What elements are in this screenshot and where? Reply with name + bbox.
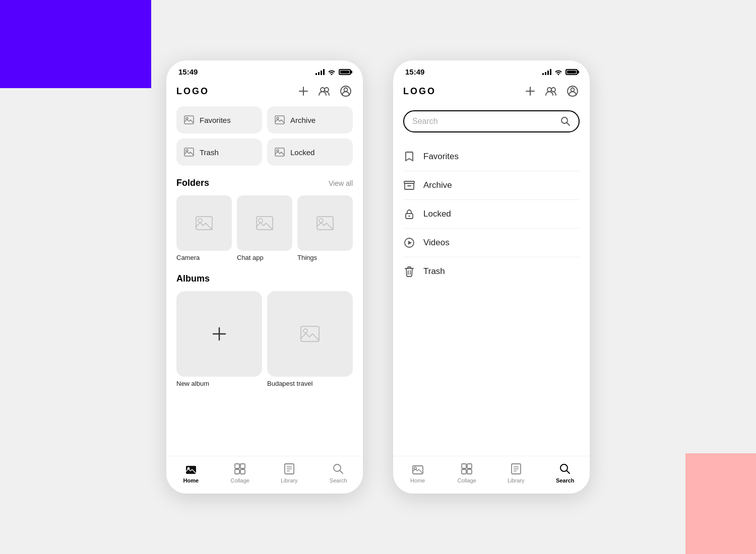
albums-title: Albums [176, 273, 210, 284]
list-label-locked: Locked [423, 209, 451, 219]
nav-search-left[interactable]: Search [314, 462, 363, 483]
logo-left: LOGO [176, 86, 209, 97]
image-icon-favorites [183, 114, 195, 125]
quick-item-archive[interactable]: Archive [267, 106, 353, 133]
folder-thumb-things [297, 195, 353, 251]
signal-bars-left [316, 69, 325, 75]
phone-content-left: Favorites Archive Trash [166, 106, 363, 479]
profile-button-left[interactable] [339, 84, 353, 98]
search-bar[interactable]: Search [403, 110, 580, 132]
logo-right: LOGO [403, 86, 436, 97]
album-new[interactable]: New album [176, 291, 262, 387]
svg-rect-22 [301, 326, 319, 341]
search-list: Favorites Archive Locked [393, 143, 590, 286]
svg-point-17 [259, 219, 263, 223]
album-name-budapest: Budapest travel [267, 380, 353, 387]
phone-right: 15:49 LOGO [393, 60, 590, 494]
view-all-button[interactable]: View all [329, 179, 353, 187]
list-item-videos[interactable]: Videos [403, 229, 580, 257]
search-icon-nav-right [558, 462, 572, 475]
svg-rect-55 [462, 464, 466, 468]
svg-line-35 [340, 470, 343, 473]
list-label-trash: Trash [423, 266, 445, 276]
list-item-trash[interactable]: Trash [403, 257, 580, 286]
locked-label: Locked [290, 148, 314, 157]
list-label-archive: Archive [423, 180, 452, 190]
profile-icon-right [567, 86, 578, 97]
list-label-videos: Videos [423, 238, 450, 248]
add-button-left[interactable] [296, 84, 310, 98]
folders-grid: Camera Chat app [176, 195, 353, 261]
svg-rect-44 [405, 183, 414, 189]
add-icon-new-album [211, 326, 227, 342]
add-button-right[interactable] [523, 84, 537, 98]
app-header-left: LOGO [166, 80, 363, 106]
bookmark-icon [403, 151, 415, 163]
profile-button-right[interactable] [565, 84, 580, 98]
image-icon-budapest [300, 325, 320, 342]
nav-collage-left[interactable]: Collage [216, 462, 265, 483]
album-budapest[interactable]: Budapest travel [267, 291, 353, 387]
folder-things[interactable]: Things [297, 195, 353, 261]
svg-point-19 [319, 219, 323, 223]
nav-library-left[interactable]: Library [265, 462, 314, 483]
albums-grid: New album Budapest travel [176, 291, 353, 387]
svg-line-64 [566, 470, 570, 473]
svg-rect-56 [467, 464, 472, 468]
svg-point-2 [321, 88, 325, 92]
svg-point-38 [547, 88, 551, 92]
nav-label-home-right: Home [410, 477, 425, 483]
app-header-right: LOGO [393, 80, 590, 106]
svg-rect-57 [462, 469, 466, 474]
nav-search-right[interactable]: Search [541, 462, 590, 483]
folders-section-header: Folders View all [176, 178, 353, 188]
album-thumb-new [176, 291, 262, 377]
nav-label-search-left: Search [330, 477, 347, 483]
album-name-new: New album [176, 380, 262, 387]
svg-point-42 [561, 117, 568, 123]
header-actions-left [296, 84, 353, 98]
bg-pink-shape [685, 453, 756, 554]
list-item-archive[interactable]: Archive [403, 171, 580, 200]
library-icon-right [510, 462, 523, 475]
folder-name-things: Things [297, 254, 353, 261]
header-actions-right [523, 84, 580, 98]
group-icon-left [318, 86, 331, 96]
list-item-favorites[interactable]: Favorites [403, 143, 580, 171]
svg-line-43 [567, 123, 570, 125]
group-button-right[interactable] [544, 84, 558, 98]
svg-point-23 [303, 329, 307, 333]
status-icons-left [316, 69, 351, 75]
album-thumb-budapest [267, 291, 353, 377]
group-button-left[interactable] [318, 84, 332, 98]
nav-home-right[interactable]: Home [393, 462, 443, 483]
status-bar-right: 15:49 [393, 60, 590, 80]
bottom-nav-right: Home Collage Lib [393, 456, 590, 494]
folders-title: Folders [176, 178, 209, 188]
search-icon-right [560, 116, 571, 126]
nav-home-left[interactable]: Home [166, 462, 216, 483]
folder-chatapp[interactable]: Chat app [237, 195, 292, 261]
svg-point-39 [551, 88, 555, 92]
folder-camera[interactable]: Camera [176, 195, 232, 261]
battery-icon-right [565, 69, 578, 75]
list-item-locked[interactable]: Locked [403, 200, 580, 229]
status-time-left: 15:49 [178, 67, 198, 76]
trash-label: Trash [200, 148, 219, 157]
collage-icon-left [233, 462, 246, 475]
wifi-icon-left [328, 69, 336, 75]
quick-item-trash[interactable]: Trash [176, 138, 262, 166]
nav-collage-right[interactable]: Collage [443, 462, 492, 483]
bottom-nav-left: Home Collage Lib [166, 456, 363, 494]
plus-icon-left [298, 86, 309, 97]
nav-library-right[interactable]: Library [491, 462, 541, 483]
image-icon-locked [274, 147, 285, 158]
quick-item-locked[interactable]: Locked [267, 138, 353, 166]
folder-image-icon-things [316, 216, 334, 231]
collage-icon-right [460, 462, 473, 475]
trash-icon [403, 265, 415, 278]
svg-point-15 [198, 219, 202, 223]
quick-item-favorites[interactable]: Favorites [176, 106, 262, 133]
svg-rect-6 [184, 116, 194, 124]
svg-rect-12 [275, 148, 284, 156]
